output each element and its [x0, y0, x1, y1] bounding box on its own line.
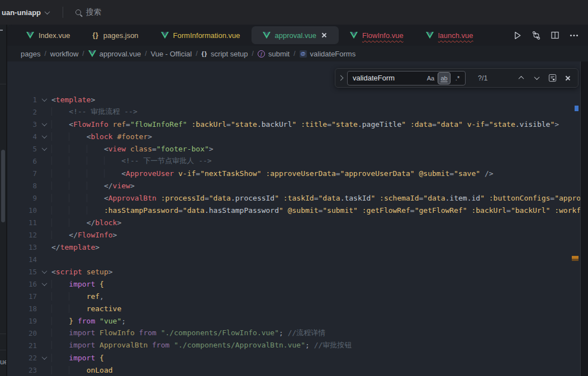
- line-number: 18: [7, 304, 37, 313]
- previous-match-button[interactable]: [515, 73, 527, 84]
- fold-chevron-icon[interactable]: [41, 133, 47, 139]
- code-line-20: 20 import FlowInfo from "./components/Fl…: [7, 327, 580, 339]
- token: import: [69, 341, 95, 349]
- code-text: <block #footer>: [51, 132, 580, 141]
- token: =: [205, 194, 209, 202]
- tab-label: Index.vue: [39, 31, 70, 40]
- find-in-selection-button[interactable]: [547, 73, 558, 84]
- vscode-window: uan-uniapp 搜索 ue Index.vue{}pages.jsonFo…: [0, 0, 588, 376]
- token: =: [506, 206, 511, 215]
- more-actions-button[interactable]: [569, 30, 579, 40]
- sidebar-partial-filename: ue: [0, 358, 7, 366]
- fold-gutter[interactable]: [37, 122, 51, 126]
- token: state: [494, 120, 515, 128]
- vue-icon: [350, 32, 358, 39]
- token: [485, 194, 489, 202]
- breadcrumb-item-workflow[interactable]: workflow: [50, 50, 79, 58]
- toggle-replace-chevron-icon[interactable]: [338, 75, 344, 81]
- breadcrumb-item-validateforms[interactable]: @validateForms: [300, 50, 356, 58]
- workspace-menu-button[interactable]: uan-uniapp: [2, 8, 49, 17]
- token: =: [327, 120, 331, 128]
- token: .backUrl: [257, 120, 292, 128]
- fold-gutter[interactable]: [37, 356, 51, 360]
- tab-pages.json[interactable]: {}pages.json: [81, 26, 149, 44]
- code-text: <script setup>: [51, 268, 580, 276]
- code-line-8: 8 </view>: [7, 179, 580, 192]
- breadcrumb-item-submit[interactable]: fsubmit: [258, 50, 290, 58]
- line-number: 1: [7, 96, 37, 104]
- code-line-13: 13</template>: [7, 241, 580, 253]
- token: >: [117, 218, 121, 227]
- tab-launch.vue[interactable]: launch.vue: [415, 26, 485, 44]
- token: v-if: [178, 169, 196, 178]
- fold-gutter[interactable]: [37, 135, 51, 139]
- tab-index.vue[interactable]: Index.vue: [15, 26, 81, 44]
- token: [480, 169, 485, 178]
- next-match-button[interactable]: [531, 73, 542, 84]
- fold-chevron-icon[interactable]: [41, 268, 47, 274]
- code-text: ref,: [51, 292, 580, 301]
- token: </: [51, 243, 60, 251]
- code-text: <ApproveUser v-if="nextTaskShow" :approv…: [51, 169, 580, 178]
- token: from: [78, 317, 95, 325]
- token: [73, 317, 78, 325]
- line-number: 15: [7, 268, 37, 276]
- indent: [51, 231, 69, 239]
- token: "flowInfoRef": [130, 120, 187, 128]
- fold-gutter[interactable]: [37, 98, 51, 102]
- fold-chevron-icon[interactable]: [41, 354, 47, 360]
- tab-flowinfo.vue[interactable]: FlowInfo.vue: [339, 26, 415, 44]
- tab-forminformation.vue[interactable]: FormInformation.vue: [150, 26, 252, 44]
- token: />: [485, 169, 494, 178]
- token: :title: [301, 120, 327, 128]
- open-changes-button[interactable]: [531, 30, 541, 40]
- code-line-10: 10 :hasStampPassword="data.hasStampPassw…: [7, 204, 580, 216]
- code-text: import {: [51, 354, 580, 362]
- whole-word-toggle-label: ab: [440, 75, 447, 82]
- regex-toggle[interactable]: .*: [452, 73, 463, 84]
- run-button[interactable]: [512, 30, 522, 40]
- fold-chevron-icon[interactable]: [41, 145, 47, 151]
- breadcrumb-item-pages[interactable]: pages: [21, 50, 40, 58]
- sidebar-scrollbar-thumb[interactable]: [1, 150, 5, 222]
- line-number: 13: [7, 243, 37, 251]
- token: :data: [410, 120, 432, 128]
- line-number: 9: [7, 194, 37, 202]
- close-tab-icon[interactable]: [321, 32, 328, 39]
- breadcrumb-item-approval-vue[interactable]: approval.vue: [88, 50, 141, 58]
- fold-chevron-icon[interactable]: [41, 280, 47, 286]
- line-number: 12: [7, 231, 37, 239]
- fold-chevron-icon[interactable]: [41, 121, 47, 126]
- fold-gutter[interactable]: [37, 282, 51, 286]
- token: >: [113, 231, 117, 239]
- token: block: [91, 132, 112, 141]
- fold-gutter[interactable]: [37, 147, 51, 151]
- editor-scrollbar[interactable]: [580, 61, 588, 376]
- split-editor-button[interactable]: [550, 30, 560, 40]
- token: </: [69, 231, 78, 239]
- tab-approval.vue[interactable]: approval.vue: [252, 26, 339, 44]
- titlebar-search[interactable]: 搜索: [75, 7, 101, 17]
- fold-gutter[interactable]: [37, 270, 51, 274]
- code-line-15: 15<script setup>: [7, 265, 580, 278]
- whole-word-toggle[interactable]: ab: [438, 73, 450, 84]
- vue-icon: [263, 32, 271, 39]
- code-line-3: 3 <FlowInfo ref="flowInfoRef" :backUrl="…: [7, 118, 580, 130]
- token: [95, 341, 99, 349]
- token: ": [274, 194, 279, 202]
- match-case-toggle[interactable]: Aa: [425, 73, 437, 84]
- token: ;: [279, 329, 288, 337]
- breadcrumb-label: validateForms: [310, 50, 356, 58]
- fold-chevron-icon[interactable]: [41, 96, 47, 102]
- token: block: [95, 218, 117, 227]
- find-input[interactable]: [348, 72, 425, 85]
- indent: [51, 169, 121, 178]
- code-area[interactable]: 1<template>2 <!-- 审批流程 -->3 <FlowInfo re…: [7, 93, 580, 376]
- breadcrumb-item-vue-official[interactable]: Vue - Official: [150, 50, 192, 58]
- indent: [51, 182, 104, 190]
- code-editor[interactable]: Aaab.* ?/1 1<template>2 <!-- 审批流程 -->3 <…: [7, 61, 588, 376]
- token: ": [231, 120, 235, 128]
- breadcrumb-item-script-setup[interactable]: {}script setup: [202, 50, 248, 58]
- code-text: </block>: [51, 218, 580, 227]
- close-find-button[interactable]: [562, 73, 573, 84]
